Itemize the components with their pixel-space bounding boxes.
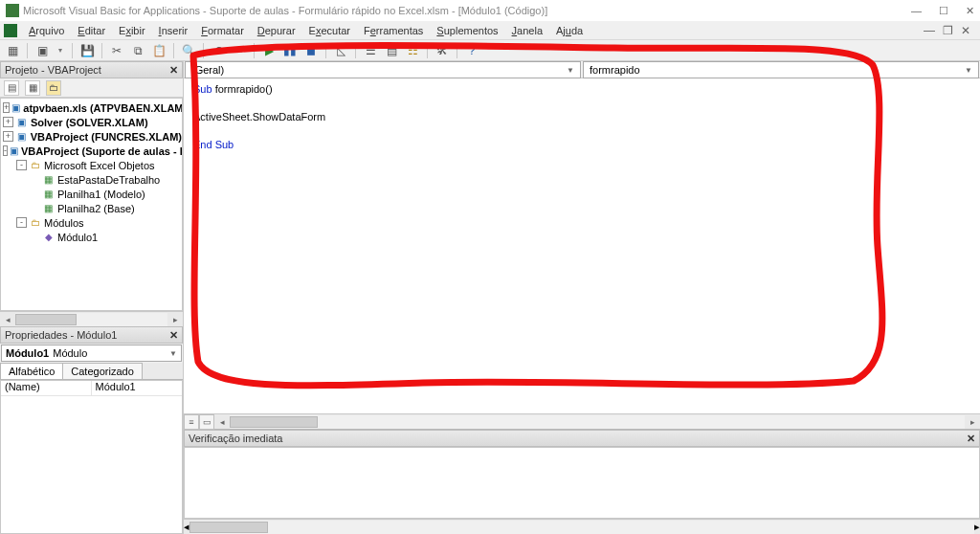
properties-object-name: Módulo1 xyxy=(6,347,49,359)
menu-inserir[interactable]: Inserir xyxy=(153,23,194,38)
immediate-window[interactable] xyxy=(184,447,980,519)
tree-node[interactable]: +▣Solver (SOLVER.XLAM) xyxy=(1,115,182,129)
scroll-thumb[interactable] xyxy=(189,522,268,533)
view-excel-button[interactable]: ▦ xyxy=(4,42,21,59)
properties-grid[interactable]: (Name)Módulo1 xyxy=(0,380,183,534)
tree-label: EstaPastaDeTrabalho xyxy=(57,174,160,186)
undo-button[interactable]: ↶ xyxy=(210,42,227,59)
object-browser-button[interactable]: ☷ xyxy=(404,42,421,59)
scroll-thumb[interactable] xyxy=(15,314,77,325)
menu-editar[interactable]: Editar xyxy=(72,23,111,38)
break-button[interactable]: ▮▮ xyxy=(281,42,299,59)
properties-header: Propriedades - Módulo1 ✕ xyxy=(0,326,183,344)
tree-label: Módulo1 xyxy=(57,232,98,243)
sheet-icon: ▦ xyxy=(42,202,55,214)
book-icon: ▣ xyxy=(15,130,28,143)
help-button[interactable]: ? xyxy=(463,42,480,59)
tree-expander[interactable]: + xyxy=(3,102,10,113)
mdi-window-controls: — ❐ ✕ xyxy=(924,24,976,37)
tree-node[interactable]: +▣atpvbaen.xls (ATPVBAEN.XLAM) xyxy=(1,100,182,115)
scroll-thumb[interactable] xyxy=(230,416,318,428)
find-button[interactable]: 🔍 xyxy=(180,42,197,59)
menu-exibir[interactable]: Exibir xyxy=(113,23,151,38)
close-button[interactable]: ✕ xyxy=(966,5,974,17)
sheet-icon: ▦ xyxy=(42,173,55,186)
immediate-close[interactable]: ✕ xyxy=(967,433,975,445)
menu-executar[interactable]: Executar xyxy=(303,23,356,38)
reset-button[interactable]: ◼ xyxy=(302,42,320,59)
tree-expander[interactable]: - xyxy=(3,145,8,156)
menu-arquivo[interactable]: Arquivo xyxy=(23,23,70,38)
tree-node[interactable]: ▦EstaPastaDeTrabalho xyxy=(1,172,182,187)
menu-depurar[interactable]: Depurar xyxy=(252,23,301,38)
property-row[interactable]: (Name)Módulo1 xyxy=(1,381,182,396)
tree-expander[interactable]: + xyxy=(3,117,13,127)
full-module-view-button[interactable]: ▭ xyxy=(199,414,214,430)
tree-node[interactable]: -▣VBAProject (Suporte de aulas - Formulá… xyxy=(1,144,182,158)
view-code-button[interactable]: ▤ xyxy=(4,80,19,96)
menu-janela[interactable]: Janela xyxy=(506,23,548,38)
properties-close[interactable]: ✕ xyxy=(169,329,178,342)
property-value[interactable]: Módulo1 xyxy=(92,381,183,395)
window-controls: — ☐ ✕ xyxy=(911,5,974,17)
scroll-left-icon[interactable]: ◂ xyxy=(214,417,230,427)
copy-button[interactable]: ⧉ xyxy=(129,42,146,59)
tree-node[interactable]: -🗀Microsoft Excel Objetos xyxy=(1,158,182,172)
tree-node[interactable]: +▣VBAProject (FUNCRES.XLAM) xyxy=(1,129,182,144)
code-hscroll[interactable]: ≡ ▭ ◂ ▸ xyxy=(184,413,980,429)
design-mode-button[interactable]: ◺ xyxy=(332,42,349,59)
tab-alphabetical[interactable]: Alfabético xyxy=(0,363,63,379)
chevron-down-icon: ▼ xyxy=(567,66,574,75)
project-explorer-title: Projeto - VBAProject xyxy=(5,64,101,76)
tree-expander[interactable]: + xyxy=(3,131,13,142)
immediate-hscroll[interactable]: ◂ ▸ xyxy=(184,519,980,534)
insert-module-button[interactable]: ▣ xyxy=(33,42,51,59)
scroll-right-icon[interactable]: ▸ xyxy=(974,521,980,533)
properties-object-combo[interactable]: Módulo1 Módulo ▼ xyxy=(1,345,182,362)
tree-expander[interactable]: - xyxy=(16,217,27,228)
toolbox-button[interactable]: 🛠 xyxy=(434,42,451,59)
tree-expander[interactable]: - xyxy=(16,160,27,170)
properties-window-button[interactable]: ▤ xyxy=(383,42,400,59)
tree-label: Microsoft Excel Objetos xyxy=(44,160,155,171)
tree-node[interactable]: -🗀Módulos xyxy=(1,215,182,230)
code-editor[interactable]: Sub formrapido() ActiveSheet.ShowDataFor… xyxy=(184,78,980,413)
insert-dropdown[interactable]: ▾ xyxy=(55,46,66,55)
menu-suplementos[interactable]: Suplementos xyxy=(431,23,503,38)
project-explorer-close[interactable]: ✕ xyxy=(169,64,178,77)
project-tree-hscroll[interactable]: ◂ ▸ xyxy=(0,311,183,326)
tree-node[interactable]: ◆Módulo1 xyxy=(1,230,182,244)
cut-button[interactable]: ✂ xyxy=(108,42,125,59)
scroll-left-icon[interactable]: ◂ xyxy=(0,315,15,324)
tree-node[interactable]: ▦Planilha1 (Modelo) xyxy=(1,187,182,201)
menu-ajuda[interactable]: Ajuda xyxy=(550,23,589,38)
paste-button[interactable]: 📋 xyxy=(150,42,167,59)
procedure-combo[interactable]: formrapido ▼ xyxy=(583,61,979,78)
sheet-icon: ▦ xyxy=(42,188,55,200)
project-explorer-button[interactable]: ☰ xyxy=(362,42,379,59)
mdi-minimize-button[interactable]: — xyxy=(924,24,935,37)
tab-categorized[interactable]: Categorizado xyxy=(62,363,142,379)
minimize-button[interactable]: — xyxy=(911,5,922,17)
mdi-close-button[interactable]: ✕ xyxy=(961,24,970,37)
tree-label: Planilha2 (Base) xyxy=(57,203,135,214)
maximize-button[interactable]: ☐ xyxy=(939,5,948,17)
scroll-right-icon[interactable]: ▸ xyxy=(167,315,183,324)
folder-icon: 🗀 xyxy=(29,159,41,171)
menu-ferramentas[interactable]: Ferramentas xyxy=(358,23,429,38)
mdi-restore-button[interactable]: ❐ xyxy=(943,24,953,37)
tree-node[interactable]: ▦Planilha2 (Base) xyxy=(1,201,182,215)
mod-icon: ◆ xyxy=(42,231,55,243)
project-tree[interactable]: +▣atpvbaen.xls (ATPVBAEN.XLAM)+▣Solver (… xyxy=(0,98,183,311)
standard-toolbar: ▦ ▣▾ 💾 ✂ ⧉ 📋 🔍 ↶ ↷ ▶ ▮▮ ◼ ◺ ☰ ▤ ☷ 🛠 ? xyxy=(0,40,980,61)
run-button[interactable]: ▶ xyxy=(260,42,278,59)
redo-button[interactable]: ↷ xyxy=(231,42,248,59)
toggle-folders-button[interactable]: 🗀 xyxy=(46,80,61,96)
view-object-button[interactable]: ▦ xyxy=(25,80,40,96)
save-button[interactable]: 💾 xyxy=(78,42,96,59)
menu-bar: ArquivoEditarExibirInserirFormatarDepura… xyxy=(0,21,980,40)
object-combo[interactable]: (Geral) ▼ xyxy=(185,61,581,78)
scroll-right-icon[interactable]: ▸ xyxy=(965,417,980,427)
procedure-view-button[interactable]: ≡ xyxy=(184,414,199,430)
menu-formatar[interactable]: Formatar xyxy=(195,23,250,38)
